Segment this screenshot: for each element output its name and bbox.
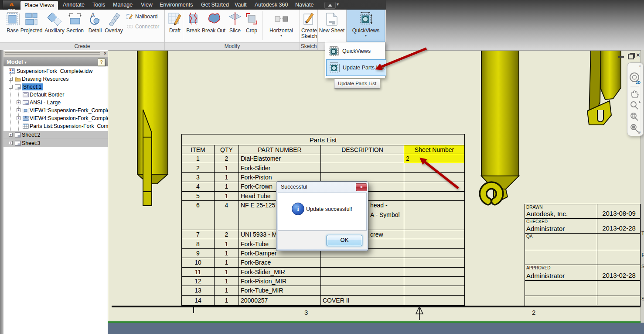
doc-close-icon[interactable]: × bbox=[636, 51, 640, 59]
quickviews-icon bbox=[328, 45, 340, 57]
dialog-footer: OK bbox=[278, 231, 367, 249]
tree-item-root[interactable]: Suspension-Fork_Complete.idw bbox=[3, 67, 108, 75]
zoom-icon[interactable] bbox=[631, 101, 641, 109]
title-block-edge-text: S bbox=[641, 264, 644, 269]
table-row[interactable]: 11 1 Fork-Slider_MIR bbox=[182, 268, 464, 277]
table-row[interactable]: 10 1 Fork-Brace bbox=[182, 258, 464, 267]
header-gradient bbox=[386, 0, 644, 50]
tooltip: Update Parts List bbox=[334, 79, 380, 89]
horizontal-button[interactable]: Horizontal ▾ bbox=[264, 10, 298, 42]
browser-grip-bar[interactable]: × bbox=[3, 51, 108, 57]
tree-item-sheet2[interactable]: + Sheet:2 bbox=[3, 131, 108, 139]
section-button[interactable]: Section bbox=[65, 10, 85, 42]
table-row[interactable]: 13 1 Fork-Tube_MIR bbox=[182, 286, 464, 295]
tab-naviate[interactable]: Naviate bbox=[293, 0, 316, 10]
nailboard-button[interactable]: Nailboard bbox=[126, 12, 157, 21]
table-row[interactable]: 14 1 20000257 COVER II bbox=[182, 296, 464, 305]
dialog-close-button[interactable]: × bbox=[356, 183, 367, 191]
tab-vault[interactable]: Vault bbox=[232, 0, 249, 10]
tab-manage[interactable]: Manage bbox=[110, 0, 135, 10]
title-border-icon bbox=[23, 100, 29, 106]
projected-view-icon bbox=[23, 115, 29, 121]
expand-plus-icon[interactable]: + bbox=[9, 141, 13, 145]
minimize-ribbon-button[interactable] bbox=[324, 2, 336, 9]
table-row[interactable]: 1 2 Dial-Elastomer 2 bbox=[182, 154, 464, 163]
overlay-icon bbox=[103, 10, 125, 28]
draft-button[interactable]: Draft bbox=[165, 10, 184, 42]
tree-item-default-border[interactable]: Default Border bbox=[3, 91, 108, 99]
tab-get-started[interactable]: Get Started bbox=[198, 0, 232, 10]
draft-icon bbox=[165, 10, 184, 28]
steering-wheel-2d-icon[interactable]: 2D bbox=[630, 73, 641, 85]
model-browser-panel: × Model ▾ ? Suspension-Fork_Complete.idw… bbox=[3, 50, 108, 334]
tree-item-parts-list[interactable]: Parts List:Suspension-Fork_Complete bbox=[3, 122, 108, 130]
title-block-row bbox=[525, 296, 640, 305]
overlay-button[interactable]: Overlay bbox=[103, 10, 125, 42]
chevron-down-icon[interactable]: ▾ bbox=[24, 60, 27, 65]
projected-icon bbox=[19, 10, 44, 28]
detail-button[interactable]: A Detail bbox=[85, 10, 105, 42]
table-row[interactable]: 2 1 Fork-Slider bbox=[182, 163, 464, 172]
quickviews-caret-icon[interactable]: ▾ bbox=[347, 34, 385, 38]
menu-item-quickviews[interactable]: QuickViews bbox=[326, 43, 385, 59]
col-header-sheet-number: Sheet Number bbox=[404, 145, 464, 154]
navbar-close-icon[interactable]: × bbox=[639, 64, 641, 69]
panel-label-sketch[interactable]: Sketch bbox=[300, 43, 317, 50]
section-icon bbox=[65, 10, 85, 28]
doc-restore-icon[interactable] bbox=[628, 54, 634, 59]
tab-tools[interactable]: Tools bbox=[90, 0, 108, 10]
break-button[interactable]: Break bbox=[184, 10, 202, 42]
tab-view[interactable]: View bbox=[138, 0, 155, 10]
col-header-qty: QTY bbox=[215, 145, 239, 154]
pan-hand-icon[interactable] bbox=[632, 91, 638, 98]
navigation-bar[interactable]: × 2D ⊖ bbox=[627, 62, 644, 136]
doc-minimize-icon[interactable] bbox=[618, 56, 624, 58]
ok-button[interactable]: OK bbox=[327, 235, 362, 246]
help-icon[interactable]: ? bbox=[98, 59, 105, 66]
new-sheet-button[interactable]: New Sheet bbox=[318, 10, 346, 42]
expand-plus-icon[interactable]: + bbox=[17, 116, 20, 120]
tree-item-ansi-large[interactable]: + ANSI - Large bbox=[3, 99, 108, 107]
application-menu-button[interactable]: PRO bbox=[3, 0, 21, 10]
grip-line bbox=[5, 54, 100, 55]
navbar-more-icon[interactable]: ⊖ bbox=[637, 130, 641, 134]
quickviews-button[interactable]: QuickViews ▾ bbox=[347, 10, 385, 42]
table-row[interactable]: 3 1 Fork-Piston bbox=[182, 173, 464, 182]
browser-title[interactable]: Model ▾ ? bbox=[3, 57, 108, 66]
zoom-all-icon[interactable] bbox=[631, 124, 638, 132]
tree-item-drawing-resources[interactable]: + Drawing Resources bbox=[3, 75, 108, 83]
dialog-body: i Update successful! bbox=[278, 193, 367, 231]
panel-label-create[interactable]: Create bbox=[0, 43, 164, 50]
slice-button[interactable]: Slice bbox=[225, 10, 245, 42]
ribbon-options-caret-icon[interactable]: ▾ bbox=[337, 2, 339, 7]
browser-close-icon[interactable]: × bbox=[104, 51, 106, 56]
quickviews-icon bbox=[347, 11, 385, 28]
folder-icon bbox=[15, 76, 21, 82]
break-out-button[interactable]: Break Out bbox=[201, 10, 226, 42]
create-sketch-button[interactable]: Create Sketch bbox=[299, 10, 319, 42]
collapse-minus-icon[interactable]: − bbox=[9, 85, 13, 89]
tree-item-sheet3[interactable]: + Sheet:3 bbox=[3, 139, 108, 147]
zoom-window-icon[interactable] bbox=[631, 113, 638, 121]
panel-label-modify[interactable]: Modify bbox=[165, 43, 300, 50]
tab-autodesk-360[interactable]: Autodesk 360 bbox=[252, 0, 290, 10]
tree-item-view1[interactable]: + VIEW1:Suspension-Fork_Complete.ia bbox=[3, 107, 108, 114]
expand-plus-icon[interactable]: + bbox=[17, 108, 20, 112]
auxiliary-button[interactable]: Auxiliary bbox=[42, 10, 67, 42]
horizontal-caret-icon[interactable]: ▾ bbox=[264, 34, 298, 38]
table-row[interactable]: 12 1 Fork-Piston_MIR bbox=[182, 277, 464, 286]
title-block-row bbox=[525, 250, 640, 265]
tab-place-views[interactable]: Place Views bbox=[20, 1, 58, 10]
panel-dock-gutter bbox=[0, 50, 3, 334]
projected-button[interactable]: Projected bbox=[19, 10, 44, 42]
crop-button[interactable]: Crop bbox=[243, 10, 260, 42]
menu-item-update-parts-list[interactable]: Update Parts List bbox=[326, 59, 386, 76]
expand-plus-icon[interactable]: + bbox=[9, 133, 13, 137]
tree-item-view4[interactable]: + VIEW4:Suspension-Fork_Complete.ia bbox=[3, 114, 108, 122]
tree-item-sheet1[interactable]: − Sheet:1 bbox=[3, 83, 108, 91]
update-parts-list-icon bbox=[329, 62, 340, 74]
tab-environments[interactable]: Environments bbox=[157, 0, 195, 10]
expand-plus-icon[interactable]: + bbox=[9, 77, 13, 81]
expand-plus-icon[interactable]: + bbox=[17, 100, 20, 104]
tab-annotate[interactable]: Annotate bbox=[60, 0, 87, 10]
